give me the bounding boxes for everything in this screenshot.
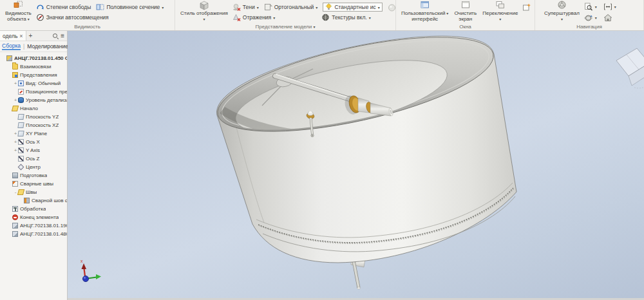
object-visibility-icon [14,1,23,10]
tree-item[interactable]: +Вид: Обычный [0,79,67,88]
tree-item-label: Плоскость XZ [26,122,59,128]
center-icon [18,164,24,171]
tree-item[interactable]: Обработка [0,205,67,213]
textures-button[interactable]: Текстуры вкл. [321,13,371,22]
group-label-model-view[interactable]: Представление модели [175,24,395,30]
new-window-icon[interactable] [522,3,531,12]
zoom-all-button[interactable] [603,2,616,11]
plane-icon [17,114,24,120]
dropdown-caret-icon [446,10,448,16]
tree-item[interactable]: Центр [0,163,67,171]
search-icon[interactable] [53,33,57,38]
reflections-icon [232,14,241,21]
tree-item[interactable]: Взаимосвязи [0,62,67,71]
dropdown-caret-icon [378,4,380,10]
tree-item[interactable]: +Ось X [0,138,67,146]
tree-item-label: Уровень детализации : [26,97,67,103]
folder-open-icon [12,106,19,111]
half-section-button[interactable]: Половинное сечение [96,3,164,12]
vessel-model[interactable] [210,31,516,289]
orthographic-button[interactable]: Ортогональный [264,3,318,12]
orbit-button[interactable] [584,13,597,22]
model-tree: АНЦГ.702138.01.450 СБ.iamВзаимосвязиПред… [0,52,67,300]
tree-item-label: Швы [26,189,37,195]
tree-item[interactable]: Позиционное представл [0,88,67,96]
tree-item[interactable]: Плоскость XZ [0,121,67,129]
reflections-button[interactable]: Отражения [232,13,275,22]
tree-item[interactable]: +Уровень детализации : [0,96,67,104]
view-cube[interactable] [616,48,644,88]
tab-assembly[interactable]: Сборка [2,42,21,50]
triad-origin-sphere [82,276,88,281]
textures-icon [321,14,330,21]
shadows-icon [232,3,241,11]
display-style-label: Стиль отображения [180,10,228,16]
tree-item-label: Взаимосвязи [20,64,52,70]
tree-item-label: Y Axis [26,147,40,153]
half-section-icon [96,3,104,11]
weld-icon [12,181,18,187]
tree-item[interactable]: +Y Axis [0,146,67,155]
tree-item-label: Плоскость YZ [26,114,59,120]
zoom-all-icon [603,3,612,11]
group-label-navigation: Навигация [535,24,643,30]
tree-item[interactable]: Представления [0,71,67,79]
close-icon[interactable]: × [19,33,23,39]
tree-item[interactable]: Ось Z [0,155,67,163]
tree-item-label: Ось X [26,139,40,145]
tree-item[interactable]: Сварные швы [0,180,67,188]
home-view-button[interactable] [603,13,612,22]
degrees-of-freedom-label: Степени свободы [46,4,91,10]
add-tab-icon[interactable]: + [26,32,35,39]
tree-item[interactable]: Подготовка [0,171,67,180]
user-interface-button[interactable]: Пользовательский интерфейс [400,1,450,22]
menu-icon[interactable]: ≡ [61,32,64,39]
tree-item[interactable]: Сварной шов с разд [0,196,67,205]
plane-icon [17,131,24,136]
degrees-of-freedom-button[interactable]: Степени свободы [36,3,91,12]
steering-wheel-button[interactable]: Суперштурвал [543,1,581,22]
automate-icons-button[interactable]: Значки автосовмещения [36,13,109,22]
reflections-label: Отражения [243,14,271,21]
object-visibility-button[interactable]: Видимость объекта [4,1,33,22]
dropdown-caret-icon [499,16,501,22]
tree-item-label: Центр [26,164,41,170]
tree-item-label: Ось Z [26,156,40,162]
tree-item[interactable]: +XY Plane [0,129,67,138]
axis-icon [18,147,24,153]
tree-item-label: АНЦГ.702138.01.480 СБ:1 [20,231,67,237]
tree-expander-icon[interactable]: + [13,140,18,145]
object-visibility-label-2: объекта [7,16,26,22]
zoom-window-button[interactable] [584,2,597,11]
panel-tab-model[interactable]: одель × [0,31,26,41]
lighting-style-select[interactable]: Стандартные ис [323,3,382,12]
end-icon [12,214,18,220]
object-visibility-label-1: Видимость [5,10,32,16]
material-ball-icon[interactable] [388,4,396,12]
3d-viewport[interactable]: x [68,31,644,300]
automate-icons-icon [36,14,44,21]
lighting-style-value: Стандартные ис [334,4,375,10]
tree-item[interactable]: АНЦГ.702138.01.480 СБ:1 [0,230,67,238]
tree-item[interactable]: Начало [0,104,67,113]
tree-item[interactable]: Плоскость YZ [0,113,67,121]
switch-windows-button[interactable]: Переключение [481,1,519,22]
tree-expander-icon[interactable]: + [13,148,18,153]
tree-expander-icon[interactable]: + [13,81,18,86]
model-browser-panel: одель × + ≡ Сборка | Моделирование АНЦГ.… [0,31,68,300]
tree-item[interactable]: Конец элемента [0,213,67,221]
tree-item-label: Представления [20,72,57,78]
3d-scene[interactable]: x [68,31,644,299]
tree-item[interactable]: АНЦГ.702138.01.190 СБ:1 [0,221,67,230]
display-style-button[interactable]: Стиль отображения [179,1,229,22]
tab-modeling[interactable]: Моделирование [27,43,68,50]
shadows-button[interactable]: Тени [232,3,259,12]
clean-screen-icon [461,1,470,10]
orthographic-label: Ортогональный [274,4,314,10]
tree-item[interactable]: -Швы [0,188,67,196]
clean-screen-button[interactable]: Очистить экран [453,1,478,22]
axis-icon [18,156,24,162]
tree-expander-icon[interactable]: + [13,98,18,103]
tree-item[interactable]: АНЦГ.702138.01.450 СБ.iam [0,54,67,62]
tree-item-label: Конец элемента [20,214,59,220]
